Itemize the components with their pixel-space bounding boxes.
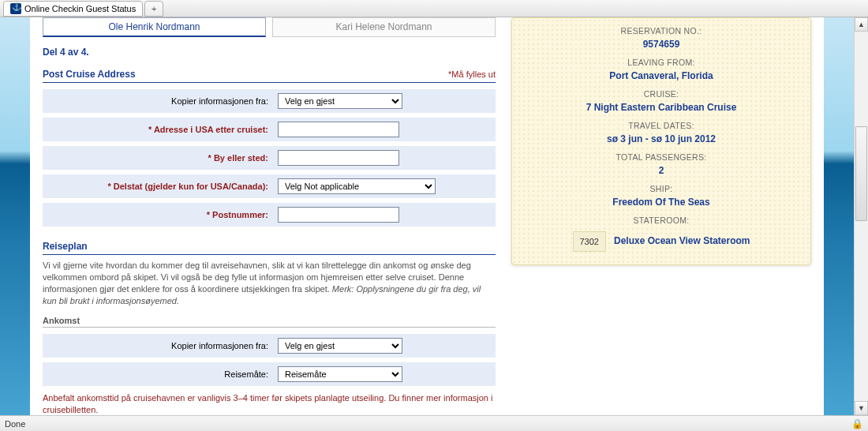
guest-tab-label: Ole Henrik Nordmann [108,21,200,32]
dates-label: TRAVEL DATES: [523,121,799,130]
reiseplan-body: Vi vil gjerne vite hvordan du kommer deg… [43,260,496,306]
browser-tab-active[interactable]: Online Checkin Guest Status [3,1,143,17]
vertical-scrollbar[interactable]: ▲ ▼ [854,17,868,415]
dates-value: sø 3 jun - sø 10 jun 2012 [523,133,799,144]
city-label: * By eller sted: [47,153,268,163]
plus-icon: + [152,4,156,13]
zip-row: * Postnummer: [43,203,496,227]
ankomst-title: Ankomst [43,314,496,328]
res-no-value: 9574659 [523,39,799,50]
stateroom-desc: Deluxe Ocean View Stateroom [614,235,750,248]
city-input[interactable] [278,150,399,166]
ankomst-mode-row: Reisemåte: Reisemåte [43,362,496,386]
res-no-label: RESERVATION NO.: [523,26,799,36]
cruise-value: 7 Night Eastern Caribbean Cruise [523,102,799,113]
new-tab-button[interactable]: + [144,1,163,17]
side-column: RESERVATION NO.: 9574659 LEAVING FROM: P… [511,17,811,415]
leaving-value: Port Canaveral, Florida [523,70,799,81]
scroll-thumb[interactable] [855,126,867,221]
address-label: * Adresse i USA etter cruiset: [47,125,268,134]
ankomst-copy-row: Kopier informasjonen fra: Velg en gjest [43,334,496,358]
stateroom-label: STATEROOM: [523,216,799,225]
address-input[interactable] [278,122,399,137]
ankomst-warning: Anbefalt ankomsttid på cruisehavnen er v… [43,392,496,415]
lock-icon: 🔒 [851,418,863,429]
zip-input[interactable] [278,207,399,223]
post-cruise-title: Post Cruise Address [43,69,136,80]
cruise-label: CRUISE: [523,89,799,99]
browser-tab-bar: Online Checkin Guest Status + [0,0,868,17]
page-content: Ole Henrik Nordmann Kari Helene Nordmann… [30,17,824,415]
ship-label: SHIP: [523,184,799,193]
ankomst-copy-label: Kopier informasjonen fra: [47,341,268,350]
zip-label: * Postnummer: [47,210,268,219]
state-row: * Delstat (gjelder kun for USA/Canada): … [43,174,496,198]
address-row: * Adresse i USA etter cruiset: [43,118,496,141]
page-scroll-area: Ole Henrik Nordmann Kari Helene Nordmann… [0,17,854,415]
reservation-ticket: RESERVATION NO.: 9574659 LEAVING FROM: P… [511,17,811,265]
reiseplan-title: Reiseplan [43,241,496,255]
guest-tab-active[interactable]: Ole Henrik Nordmann [43,17,266,37]
status-bar: Done 🔒 [0,415,868,431]
ankomst-mode-select[interactable]: Reisemåte [278,366,402,382]
scroll-track[interactable] [855,32,868,401]
status-text: Done [5,419,25,429]
guest-tabs: Ole Henrik Nordmann Kari Helene Nordmann [43,17,496,37]
leaving-label: LEAVING FROM: [523,58,799,67]
state-label: * Delstat (gjelder kun for USA/Canada): [47,182,268,191]
ankomst-copy-select[interactable]: Velg en gjest [278,338,402,354]
ship-value: Freedom Of The Seas [523,197,799,208]
scroll-down-button[interactable]: ▼ [855,401,868,415]
guest-tab-inactive[interactable]: Kari Helene Nordmann [272,17,496,37]
ankomst-mode-label: Reisemåte: [47,369,268,379]
part-progress-label: Del 4 av 4. [43,47,496,58]
stateroom-row: 7302 Deluxe Ocean View Stateroom [523,231,799,252]
site-favicon-icon [10,3,21,14]
copy-info-row: Kopier informasjonen fra: Velg en gjest [43,89,496,113]
tab-title: Online Checkin Guest Status [24,4,136,13]
copy-info-select[interactable]: Velg en gjest [278,93,402,109]
city-row: * By eller sted: [43,146,496,170]
post-cruise-header: Post Cruise Address *Må fylles ut [43,69,496,83]
required-note: *Må fylles ut [448,69,496,79]
state-select[interactable]: Velg Not applicable [278,178,436,194]
scroll-up-button[interactable]: ▲ [855,17,868,32]
pax-label: TOTAL PASSENGERS: [523,152,799,162]
copy-info-label: Kopier informasjonen fra: [47,96,268,106]
main-column: Ole Henrik Nordmann Kari Helene Nordmann… [43,17,496,415]
viewport: Ole Henrik Nordmann Kari Helene Nordmann… [0,17,868,415]
stateroom-number: 7302 [573,231,606,252]
pax-value: 2 [523,165,799,176]
guest-tab-label: Kari Helene Nordmann [335,21,432,32]
